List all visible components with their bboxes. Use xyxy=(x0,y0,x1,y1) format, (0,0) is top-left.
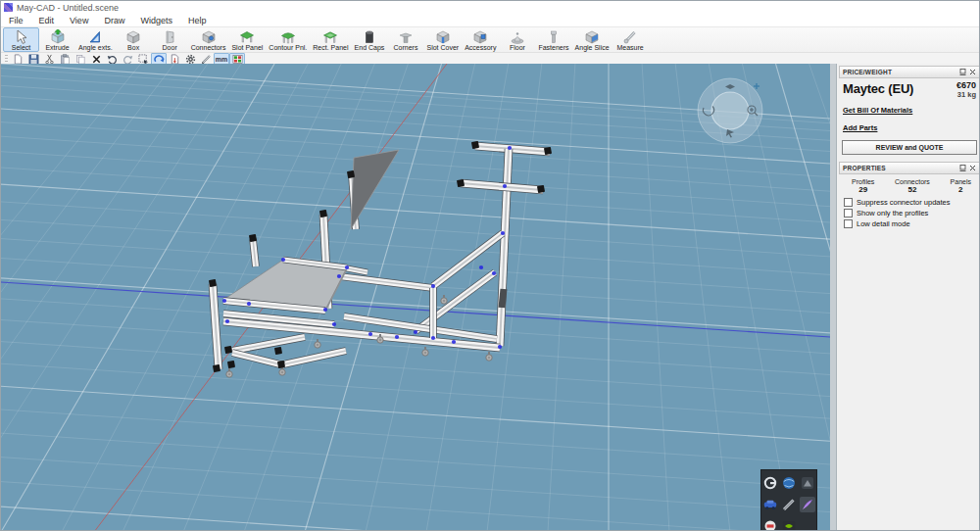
red-badge-icon[interactable] xyxy=(762,518,778,531)
toolbar-button-rect-panel[interactable]: Rect. Panel xyxy=(310,27,351,52)
close-icon[interactable] xyxy=(969,69,976,75)
toolbar-button-label: Angle exts. xyxy=(78,44,113,52)
nav-widget[interactable] xyxy=(698,78,762,143)
add-parts-link[interactable]: Add Parts xyxy=(843,123,877,132)
panel-splitter[interactable] xyxy=(830,64,837,531)
toolbar-button-extrude[interactable]: Extrude xyxy=(39,27,75,52)
vendor-name: Maytec (EU) xyxy=(843,81,956,96)
right-panel: PRICE/WEIGHT Maytec (EU) €670 31 kg Get … xyxy=(830,64,980,531)
toolbar-button-measure[interactable]: Measure xyxy=(612,27,649,52)
price-value: €670 xyxy=(956,81,976,90)
toolbar-button-label: Fasteners xyxy=(538,44,568,52)
title-bar: May-CAD - Untitled.scene xyxy=(1,1,979,14)
blue-globe-icon[interactable] xyxy=(781,475,797,491)
toolbar-button-corners[interactable]: Corners xyxy=(387,27,423,52)
close-icon[interactable] xyxy=(969,165,976,171)
low-detail-mode-checkbox[interactable] xyxy=(844,219,853,228)
toolbar-button-label: Box xyxy=(127,44,139,52)
low-detail-mode-label: Low detail mode xyxy=(857,219,910,228)
toolbar-button-slot-panel[interactable]: Slot Panel xyxy=(228,27,266,52)
weight-value: 31 kg xyxy=(956,90,976,99)
viewport-3d[interactable] xyxy=(1,64,830,531)
cursor-icon xyxy=(14,29,29,44)
bill-of-materials-link[interactable]: Get Bill Of Materials xyxy=(843,106,912,115)
units-mm-icon: mm xyxy=(216,56,227,63)
toolbar-button-angle-slice[interactable]: Angle Slice xyxy=(572,27,612,52)
system-tray-popup xyxy=(760,469,817,531)
green-capture-icon[interactable] xyxy=(781,518,797,531)
main-toolbar: SelectExtrudeAngle exts.BoxDoorConnector… xyxy=(1,26,979,52)
price-weight-header: PRICE/WEIGHT xyxy=(839,66,980,78)
dark-app-icon[interactable] xyxy=(800,475,815,491)
toolbar-button-label: Select xyxy=(12,44,30,52)
angle-extrude-icon xyxy=(87,29,103,44)
box-icon xyxy=(125,29,141,44)
toolbar-button-angle-exts[interactable]: Angle exts. xyxy=(75,27,116,52)
toolbar-button-label: Extrude xyxy=(45,44,69,52)
toolbar-button-fasteners[interactable]: Fasteners xyxy=(535,27,571,52)
accessory-icon xyxy=(472,29,488,44)
profiles-count: 29 xyxy=(852,185,874,194)
connectors-label: Connectors xyxy=(895,178,930,185)
application-window: May-CAD - Untitled.scene FileEditViewDra… xyxy=(0,0,980,531)
dock-pin-icon[interactable] xyxy=(959,165,966,171)
show-only-profiles-checkbox[interactable] xyxy=(844,209,853,217)
toolbar-button-door[interactable]: Door xyxy=(152,27,188,52)
properties-title: PROPERTIES xyxy=(843,165,956,171)
corners-icon xyxy=(398,29,414,44)
menu-widgets[interactable]: Widgets xyxy=(132,16,180,25)
suppress-connector-updates-checkbox[interactable] xyxy=(844,198,853,207)
toolbar-button-end-caps[interactable]: End Caps xyxy=(351,27,387,52)
purple-feather-icon[interactable] xyxy=(800,497,815,512)
panels-count: 2 xyxy=(951,185,971,194)
toolbar-button-label: End Caps xyxy=(355,44,385,52)
extrude-icon xyxy=(50,29,66,44)
car-icon[interactable] xyxy=(762,497,778,512)
toolbar-button-label: Connectors xyxy=(191,44,226,52)
toolbar-button-label: Door xyxy=(163,44,177,52)
toolbar-button-accessory[interactable]: Accessory xyxy=(462,27,499,52)
rect-panel-icon xyxy=(322,29,338,44)
toolbar-button-connectors[interactable]: Connectors xyxy=(188,27,229,52)
logitech-g-icon[interactable] xyxy=(762,475,778,491)
end-caps-icon xyxy=(362,29,377,44)
suppress-connector-updates-label: Suppress connector updates xyxy=(857,198,950,207)
profiles-label: Profiles xyxy=(852,178,874,185)
menu-bar: FileEditViewDrawWidgetsHelp xyxy=(1,14,979,26)
toolbar-button-label: Measure xyxy=(616,44,643,52)
window-title: May-CAD - Untitled.scene xyxy=(17,3,119,13)
toolbar-grip[interactable] xyxy=(5,55,8,65)
toolbar-button-label: Angle Slice xyxy=(575,44,610,52)
toolbar-button-contour-pnl[interactable]: Contour Pnl. xyxy=(266,27,310,52)
toolbar-button-label: Contour Pnl. xyxy=(269,44,307,52)
menu-draw[interactable]: Draw xyxy=(96,16,132,25)
angle-slice-icon xyxy=(584,29,600,44)
menu-help[interactable]: Help xyxy=(180,16,215,25)
panels-label: Panels xyxy=(951,178,971,185)
toolbar-button-slot-cover[interactable]: Slot Cover xyxy=(423,27,462,52)
viewport-canvas[interactable] xyxy=(1,64,830,531)
app-icon xyxy=(4,3,13,12)
toolbar-button-label: Slot Panel xyxy=(231,44,263,52)
show-only-profiles-label: Show only the profiles xyxy=(857,209,928,217)
contour-panel-icon xyxy=(280,29,296,44)
toolbar-button-floor[interactable]: Floor xyxy=(499,27,535,52)
toolbar-button-label: Corners xyxy=(394,44,418,52)
door-icon xyxy=(162,29,177,44)
toolbar-button-select[interactable]: Select xyxy=(3,27,39,52)
toolbar-button-box[interactable]: Box xyxy=(116,27,152,52)
review-quote-button[interactable]: REVIEW and QUOTE xyxy=(842,140,977,155)
menu-file[interactable]: File xyxy=(1,16,31,25)
price-weight-title: PRICE/WEIGHT xyxy=(843,69,956,75)
toolbar-button-label: Slot Cover xyxy=(426,44,459,52)
toolbar-button-label: Floor xyxy=(510,44,525,52)
connectors-count: 52 xyxy=(895,185,930,194)
fasteners-icon xyxy=(546,29,562,44)
toolbar-button-label: Accessory xyxy=(465,44,496,52)
dock-pin-icon[interactable] xyxy=(959,69,966,75)
menu-view[interactable]: View xyxy=(62,16,96,25)
menu-edit[interactable]: Edit xyxy=(31,16,63,25)
connectors-icon xyxy=(201,29,217,44)
properties-header: PROPERTIES xyxy=(839,162,980,174)
stylus-icon[interactable] xyxy=(781,497,797,512)
